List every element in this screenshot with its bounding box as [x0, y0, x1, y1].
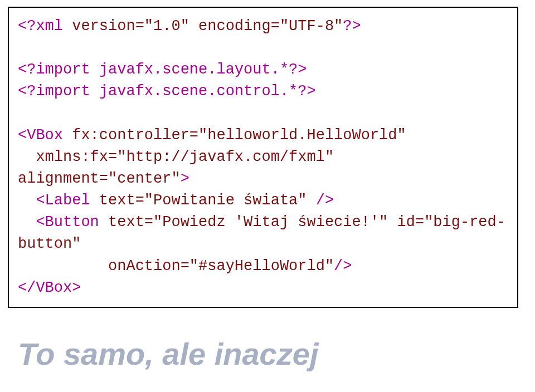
code-indent — [18, 149, 36, 165]
code-indent — [18, 258, 108, 275]
code-block: <?xml version="1.0" encoding="UTF-8"?> <… — [18, 16, 508, 299]
code-token: <?import javafx.scene.control.*?> — [18, 83, 316, 100]
code-token: /> — [334, 258, 352, 275]
code-token: encoding="UTF-8" — [198, 18, 343, 35]
code-token: <?xml — [18, 18, 72, 35]
code-indent — [18, 192, 36, 209]
code-token: /> — [307, 192, 334, 209]
code-token: onAction="#sayHelloWorld" — [108, 258, 334, 275]
code-token: alignment="center" — [18, 170, 181, 187]
code-token: <?import javafx.scene.layout.*?> — [18, 61, 307, 78]
code-token: </VBox> — [18, 280, 81, 296]
code-blank — [18, 40, 27, 56]
code-token: <Label — [36, 192, 99, 209]
code-box: <?xml version="1.0" encoding="UTF-8"?> <… — [8, 7, 518, 308]
code-token: text="Powitanie świata" — [99, 192, 307, 209]
code-token — [388, 214, 397, 231]
code-token: xmlns:fx="http://javafx.com/fxml" — [36, 149, 334, 165]
code-token: > — [181, 170, 189, 187]
code-indent — [18, 214, 36, 231]
slide-heading: To samo, ale inaczej — [18, 336, 318, 372]
code-blank — [18, 105, 27, 122]
code-token: ?> — [343, 18, 361, 35]
code-token: <VBox — [18, 127, 72, 144]
code-token: fx:controller="helloworld.HelloWorld" — [72, 127, 406, 144]
code-token: text="Powiedz 'Witaj świecie!'" — [108, 214, 388, 231]
code-token — [189, 18, 198, 35]
code-token: version="1.0" — [72, 18, 189, 35]
code-token — [334, 149, 343, 165]
code-token: <Button — [36, 214, 108, 231]
